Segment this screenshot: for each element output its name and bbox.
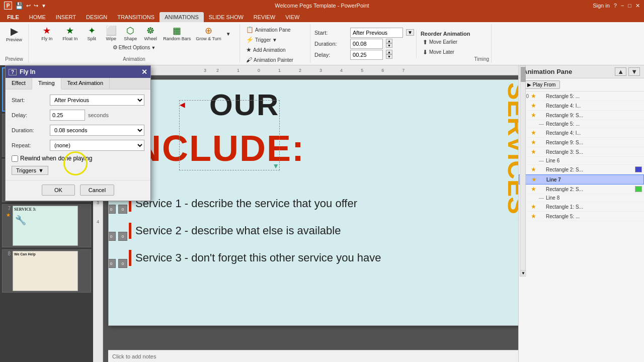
anim-item-10[interactable]: ★ Rectangle 2: S... [519, 185, 644, 194]
anim-fly-in[interactable]: ★ Fly In [36, 25, 58, 42]
quick-access-more[interactable]: ▼ [41, 3, 46, 9]
anim-item-6[interactable]: ★ Rectangle 3: S... [519, 147, 644, 157]
tab-review[interactable]: REVIEW [249, 12, 280, 22]
notes-bar[interactable]: Click to add notes [108, 350, 518, 362]
animation-pane-title: Animation Pane [523, 68, 572, 75]
close-btn[interactable]: ✕ [635, 3, 640, 9]
effect-options-button[interactable]: ⚙ Effect Options ▼ [111, 43, 158, 52]
service-bar-2 [129, 223, 131, 239]
trigger-button[interactable]: ⚡ Trigger ▼ [244, 35, 306, 44]
anim-pane-up-arrow[interactable]: ▲ [615, 67, 626, 76]
delay-down[interactable]: ▼ [386, 54, 392, 59]
dialog-duration-select[interactable]: 0.08 seconds 0.5 seconds 1 second [50, 125, 144, 136]
dialog-repeat-select[interactable]: (none) 2 3 Until Next Click Until End of… [50, 140, 144, 151]
tab-transitions[interactable]: TRANSITIONS [112, 12, 159, 22]
anim-color-10 [635, 186, 642, 192]
anim-item-7[interactable]: — Line 6 [519, 157, 644, 165]
timing-delay-input[interactable] [350, 50, 383, 60]
title-bar-left: P 💾 ↩ ↪ ▼ [4, 2, 46, 10]
dialog-tab-textanim[interactable]: Text Animation [61, 78, 110, 89]
help-btn[interactable]: ? [614, 3, 617, 9]
anim-wheel[interactable]: ☸ Wheel [141, 25, 160, 42]
duration-down[interactable]: ▼ [386, 43, 392, 48]
anim-item-8[interactable]: ★ Rectangle 2: S... [519, 165, 644, 174]
anim-item-9[interactable]: ★ Line 7 [519, 174, 644, 185]
preview-button[interactable]: ▶ Preview [4, 25, 24, 43]
minimize-btn[interactable]: − [621, 3, 624, 9]
quick-access-save[interactable]: 💾 [15, 2, 23, 10]
duration-up[interactable]: ▲ [386, 39, 392, 43]
slide-thumb-8[interactable]: 8 ★ We Can Help [2, 249, 91, 293]
dialog-rewind-label: Rewind when done playing [20, 155, 92, 162]
anim-item-12[interactable]: ★ Rectangle 1: S... [519, 202, 644, 212]
triggers-arrow: ▼ [38, 167, 44, 173]
timing-duration-label: Duration: [314, 41, 347, 47]
slide-thumb-7[interactable]: 7 ★ SERVICE 3: 🔧 [2, 204, 91, 247]
service-bar-3 [129, 250, 131, 266]
anim-item-5[interactable]: ★ Rectangle 9: S... [519, 138, 644, 147]
slide-num-7: 7 [4, 206, 11, 211]
dialog-start-select[interactable]: After Previous On Click With Previous [50, 95, 144, 106]
tab-file[interactable]: FILE [2, 12, 24, 22]
dialog-cancel-button[interactable]: Cancel [80, 185, 114, 196]
quick-access-undo[interactable]: ↩ [26, 3, 31, 9]
dialog-tab-effect[interactable]: Effect [6, 78, 32, 89]
dialog-rewind-checkbox[interactable] [12, 155, 18, 162]
move-earlier-button[interactable]: ⬆ Move Earlier [421, 38, 470, 47]
tab-slideshow[interactable]: SLIDE SHOW [204, 12, 249, 22]
anim-pane-scrollbar[interactable]: ▼ [520, 65, 526, 277]
dialog-triggers-button[interactable]: Triggers ▼ [12, 166, 48, 175]
anim-star-12: ★ [531, 203, 537, 210]
dialog-help-icon[interactable]: ? [9, 69, 17, 75]
anim-name-12: Rectangle 1: S... [546, 204, 642, 210]
dialog-delay-label: Delay: [12, 112, 47, 118]
tab-insert[interactable]: INSERT [51, 12, 81, 22]
scrollbar-thumb[interactable] [521, 67, 526, 82]
maximize-btn[interactable]: □ [628, 3, 631, 9]
dialog-triggers-row: Triggers ▼ [12, 166, 144, 175]
quick-access-redo[interactable]: ↪ [34, 3, 38, 9]
anim-pane-down-arrow[interactable]: ▼ [628, 67, 640, 76]
anim-item-13[interactable]: ★ Rectangle 5: ... [519, 212, 644, 221]
tab-home[interactable]: HOME [24, 12, 51, 22]
move-later-button[interactable]: ⬇ Move Later [421, 48, 470, 57]
anim-item-0[interactable]: 0 ★ Rectangle 5: ... [519, 92, 644, 101]
anim-more[interactable]: ▼ [224, 31, 232, 37]
anim-float-in[interactable]: ★ Float In [59, 25, 81, 42]
timing-start-dropdown[interactable]: ▼ [406, 29, 414, 36]
anim-grow-turn[interactable]: ⊕ Grow & Turn [194, 25, 223, 42]
add-animation-button[interactable]: ★ Add Animation [244, 45, 306, 54]
tab-animations[interactable]: ANIMATIONS [159, 12, 204, 22]
service-anim-dot-1b: 0 [118, 205, 127, 214]
dialog-close-icon[interactable]: ✕ [141, 68, 147, 76]
title-bar: P 💾 ↩ ↪ ▼ Welcome Pegs Template - PowerP… [0, 0, 644, 11]
animation-painter-button[interactable]: 🖌 Animation Painter [244, 55, 306, 64]
anim-wipe[interactable]: ⬜ Wipe [102, 25, 120, 42]
dialog-ok-button[interactable]: OK [42, 185, 75, 196]
anim-item-2[interactable]: ★ Rectangle 9: S... [519, 111, 644, 120]
anim-star-9: ★ [531, 176, 537, 183]
dialog-delay-input[interactable] [50, 110, 85, 121]
tab-view[interactable]: VIEW [280, 12, 304, 22]
tab-design[interactable]: DESIGN [81, 12, 112, 22]
timing-duration-input[interactable] [350, 39, 383, 49]
sign-in-link[interactable]: Sign in [593, 3, 610, 9]
anim-item-11[interactable]: — Line 8 [519, 194, 644, 202]
delay-up[interactable]: ▲ [386, 50, 392, 54]
slide-services-vertical: SERVICES [504, 82, 518, 324]
timing-start-input[interactable] [350, 28, 403, 38]
anim-item-4[interactable]: ★ Rectangle 4: l... [519, 128, 644, 138]
anim-split[interactable]: ✦ Split [82, 25, 101, 42]
anim-item-3[interactable]: — Rectangle 5: ... [519, 120, 644, 128]
play-from-button[interactable]: ▶ Play From [523, 80, 560, 89]
anim-random-bars[interactable]: ▦ Random Bars [161, 25, 193, 42]
anim-shape[interactable]: ⬡ Shape [121, 25, 140, 42]
dialog-tab-timing[interactable]: Timing [32, 78, 61, 89]
animation-pane-button[interactable]: 📋 Animation Pane [244, 25, 306, 34]
slide-canvas[interactable]: OUR SERVICES INCLUDE: 0 0 Service 1 - de… [108, 79, 518, 326]
scrollbar-down[interactable]: ▼ [520, 270, 526, 276]
anim-star-6: ★ [531, 148, 537, 155]
ribbon-group-timing: Start: ▼ Duration: ▲ ▼ Delay: ▲ ▼ [310, 24, 492, 63]
anim-item-1[interactable]: ★ Rectangle 4: l... [519, 101, 644, 111]
slide-title-our: OUR [209, 87, 279, 122]
